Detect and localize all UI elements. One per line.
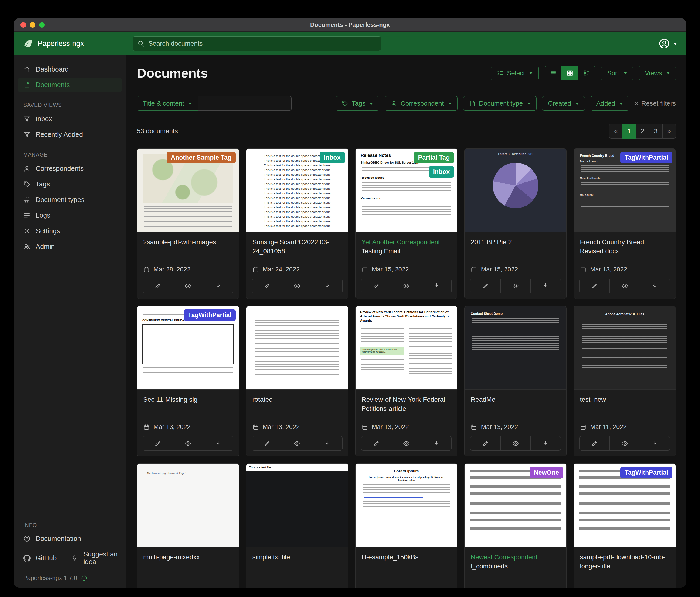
document-title[interactable]: French Country Bread Revised.docx bbox=[580, 238, 670, 256]
title-content-dropdown[interactable]: Title & content bbox=[137, 96, 198, 111]
pagination-page-3[interactable]: 3 bbox=[649, 124, 662, 139]
added-filter-button[interactable]: Added bbox=[591, 96, 629, 111]
view-document-button[interactable] bbox=[609, 279, 640, 293]
edit-document-button[interactable] bbox=[470, 436, 500, 450]
download-document-button[interactable] bbox=[530, 436, 560, 450]
document-title[interactable]: ReadMe bbox=[471, 395, 560, 404]
download-document-button[interactable] bbox=[640, 279, 670, 293]
download-document-button[interactable] bbox=[312, 436, 342, 450]
document-thumbnail[interactable]: Adobe Acrobat PDF Files bbox=[574, 306, 676, 390]
document-thumbnail[interactable] bbox=[246, 306, 348, 390]
pagination-prev-button[interactable]: « bbox=[609, 124, 623, 139]
sidebar-item-github[interactable]: GitHub bbox=[18, 547, 62, 569]
view-document-button[interactable] bbox=[173, 436, 203, 450]
document-thumbnail[interactable]: Review of New York Federal Petitions for… bbox=[356, 306, 457, 390]
filter-text-input[interactable] bbox=[198, 96, 292, 111]
sidebar-item-correspondents[interactable]: Correspondents bbox=[18, 161, 122, 176]
document-title[interactable]: Newest Correspondent: f_combineds bbox=[471, 553, 560, 571]
document-title[interactable]: rotated bbox=[252, 395, 342, 404]
document-thumbnail[interactable]: NewOne bbox=[465, 464, 566, 547]
fullscreen-button[interactable] bbox=[39, 22, 45, 28]
download-document-button[interactable] bbox=[530, 279, 560, 293]
tag-badge[interactable]: Inbox bbox=[429, 166, 454, 177]
view-document-button[interactable] bbox=[500, 436, 530, 450]
sidebar-item-documents[interactable]: Documents bbox=[18, 78, 122, 92]
document-thumbnail[interactable]: Lorem ipsumLorem ipsum dolor sit amet, c… bbox=[356, 464, 457, 547]
download-document-button[interactable] bbox=[203, 279, 233, 293]
pagination-page-1[interactable]: 1 bbox=[622, 124, 636, 139]
document-title[interactable]: sample-pdf-download-10-mb-longer-title bbox=[580, 553, 670, 571]
sidebar-item-inbox[interactable]: Inbox bbox=[18, 112, 122, 126]
document-thumbnail[interactable]: This is a test for the double space char… bbox=[246, 149, 348, 232]
tag-badge[interactable]: Inbox bbox=[320, 152, 345, 163]
sidebar-item-recently-added[interactable]: Recently Added bbox=[18, 127, 122, 142]
user-menu[interactable] bbox=[658, 38, 677, 49]
created-filter-button[interactable]: Created bbox=[542, 96, 585, 111]
sidebar-item-suggest-idea[interactable]: Suggest an idea bbox=[66, 547, 126, 569]
sidebar-item-documentation[interactable]: Documentation bbox=[18, 531, 122, 546]
sidebar-item-tags[interactable]: Tags bbox=[18, 177, 122, 192]
tag-badge[interactable]: TagWithPartial bbox=[620, 467, 672, 478]
sidebar-item-logs[interactable]: Logs bbox=[18, 208, 122, 223]
edit-document-button[interactable] bbox=[580, 436, 609, 450]
correspondent-filter-button[interactable]: Correspondent bbox=[385, 96, 457, 111]
edit-document-button[interactable] bbox=[252, 436, 282, 450]
document-title[interactable]: simple txt file bbox=[252, 553, 342, 562]
edit-document-button[interactable] bbox=[252, 279, 282, 293]
document-correspondent[interactable]: Newest Correspondent: bbox=[471, 553, 539, 560]
view-document-button[interactable] bbox=[282, 436, 312, 450]
document-title[interactable]: file-sample_150kBs bbox=[361, 553, 451, 562]
minimize-button[interactable] bbox=[30, 22, 35, 28]
info-icon[interactable] bbox=[81, 575, 87, 581]
document-type-filter-button[interactable]: Document type bbox=[463, 96, 536, 111]
edit-document-button[interactable] bbox=[361, 436, 391, 450]
document-title[interactable]: test_new bbox=[580, 395, 670, 404]
document-title[interactable]: Sonstige ScanPC2022 03-24_081058 bbox=[252, 238, 342, 256]
document-title[interactable]: 2sample-pdf-with-images bbox=[143, 238, 233, 247]
pagination-page-2[interactable]: 2 bbox=[636, 124, 649, 139]
document-thumbnail[interactable]: This is a test file. bbox=[246, 464, 348, 547]
sidebar-item-settings[interactable]: Settings bbox=[18, 224, 122, 238]
download-document-button[interactable] bbox=[312, 279, 342, 293]
brand-name[interactable]: Paperless-ngx bbox=[38, 39, 84, 48]
view-details-button[interactable] bbox=[578, 66, 595, 80]
search-input[interactable] bbox=[133, 37, 381, 51]
reset-filters-button[interactable]: × Reset filters bbox=[634, 99, 676, 108]
views-button[interactable]: Views bbox=[639, 66, 676, 80]
sidebar-item-document-types[interactable]: Document types bbox=[18, 192, 122, 207]
document-title[interactable]: Yet Another Correspondent: Testing Email bbox=[361, 238, 451, 256]
select-button[interactable]: Select bbox=[491, 66, 539, 80]
close-button[interactable] bbox=[21, 22, 26, 28]
document-thumbnail[interactable]: French Country BreadFor the Leaven:Make … bbox=[574, 149, 676, 232]
view-document-button[interactable] bbox=[391, 436, 421, 450]
document-thumbnail[interactable]: Release NotesSimba ODBC Driver for SQL S… bbox=[356, 149, 457, 232]
view-document-button[interactable] bbox=[500, 279, 530, 293]
document-correspondent[interactable]: Yet Another Correspondent: bbox=[361, 238, 442, 246]
download-document-button[interactable] bbox=[421, 436, 451, 450]
download-document-button[interactable] bbox=[640, 436, 670, 450]
download-document-button[interactable] bbox=[203, 436, 233, 450]
view-document-button[interactable] bbox=[173, 279, 203, 293]
view-document-button[interactable] bbox=[609, 436, 640, 450]
document-thumbnail[interactable]: TagWithPartial bbox=[574, 464, 676, 547]
sidebar-item-dashboard[interactable]: Dashboard bbox=[18, 62, 122, 77]
tag-badge[interactable]: TagWithPartial bbox=[620, 152, 672, 163]
edit-document-button[interactable] bbox=[470, 279, 500, 293]
document-title[interactable]: 2011 BP Pie 2 bbox=[471, 238, 560, 247]
tag-badge[interactable]: Partial Tag bbox=[414, 152, 454, 163]
view-grid-button[interactable] bbox=[561, 66, 578, 80]
sidebar-item-admin[interactable]: Admin bbox=[18, 239, 122, 254]
pagination-next-button[interactable]: » bbox=[662, 124, 676, 139]
view-document-button[interactable] bbox=[391, 279, 421, 293]
document-thumbnail[interactable]: This is a multi page document. Page 1. bbox=[137, 464, 239, 547]
edit-document-button[interactable] bbox=[143, 279, 173, 293]
document-thumbnail[interactable]: CONTINUING MEDICAL EDUCA TagWithPartial bbox=[137, 306, 239, 390]
document-thumbnail[interactable]: Another Sample Tag bbox=[137, 149, 239, 232]
tags-filter-button[interactable]: Tags bbox=[336, 96, 379, 111]
download-document-button[interactable] bbox=[421, 279, 451, 293]
edit-document-button[interactable] bbox=[143, 436, 173, 450]
document-thumbnail[interactable]: Patient BP Distribution 2011 bbox=[465, 149, 566, 232]
view-document-button[interactable] bbox=[282, 279, 312, 293]
view-list-button[interactable] bbox=[545, 66, 562, 80]
document-title[interactable]: Sec 11-Missing sig bbox=[143, 395, 233, 404]
